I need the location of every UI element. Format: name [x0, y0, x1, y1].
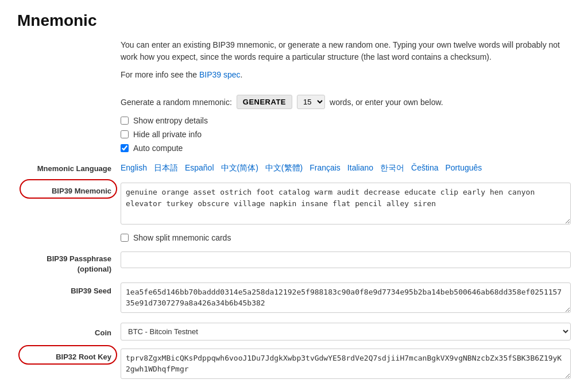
lang-portuguese[interactable]: Português: [445, 163, 482, 173]
split-mnemonic-label[interactable]: Show split mnemonic cards: [133, 233, 231, 242]
lang-chinese-traditional[interactable]: 中文(繁體): [265, 163, 303, 173]
entropy-label[interactable]: Show entropy details: [133, 116, 208, 125]
words-suffix: words, or enter your own below.: [330, 98, 443, 107]
language-links: English 日本語 Español 中文(简体) 中文(繁體) França…: [121, 163, 482, 173]
bip39-passphrase-label: BIP39 Passphrase (optional): [17, 251, 121, 274]
description-line2: For more info see the BIP39 spec.: [121, 69, 571, 81]
split-mnemonic-checkbox[interactable]: [121, 234, 129, 242]
lang-english[interactable]: English: [121, 163, 147, 173]
entropy-checkbox[interactable]: [121, 117, 129, 125]
description-line1: You can enter an existing BIP39 mnemonic…: [121, 39, 571, 63]
bip32-root-key-label: BIP32 Root Key: [56, 353, 111, 361]
autocompute-label[interactable]: Auto compute: [133, 144, 183, 153]
mnemonic-language-label: Mnemonic Language: [17, 163, 121, 173]
bip39-mnemonic-label: BIP39 Mnemonic: [52, 187, 111, 195]
generate-label: Generate a random mnemonic:: [121, 98, 232, 107]
lang-czech[interactable]: Čeština: [411, 163, 438, 173]
lang-japanese[interactable]: 日本語: [154, 163, 178, 173]
lang-italian[interactable]: Italiano: [347, 163, 373, 173]
page-title: Mnemonic: [17, 11, 571, 30]
lang-korean[interactable]: 한국어: [380, 163, 404, 173]
lang-chinese-simplified[interactable]: 中文(简体): [221, 163, 258, 173]
bip39-seed-label: BIP39 Seed: [17, 282, 121, 296]
bip39-seed-textarea[interactable]: 1ea5fe65d146bb70baddd0314e5a258da12192e5…: [121, 282, 571, 313]
hide-private-checkbox[interactable]: [121, 130, 129, 138]
bip39-spec-link[interactable]: BIP39 spec: [199, 70, 241, 79]
coin-label: Coin: [17, 324, 121, 338]
coin-select[interactable]: BTC - Bitcoin BTC - Bitcoin Testnet ETH …: [121, 323, 571, 340]
bip39-passphrase-input[interactable]: [121, 251, 571, 268]
autocompute-checkbox[interactable]: [121, 144, 129, 152]
lang-spanish[interactable]: Español: [185, 163, 214, 173]
generate-button[interactable]: GENERATE: [237, 95, 292, 109]
lang-french[interactable]: Français: [310, 163, 341, 173]
bip32-root-key-textarea[interactable]: tprv8ZgxMBicQKsPdppqwh6vooJ1Du7JdgkXwbp3…: [121, 349, 571, 379]
hide-private-label[interactable]: Hide all private info: [133, 130, 202, 139]
bip39-mnemonic-textarea[interactable]: genuine orange asset ostrich foot catalo…: [121, 183, 571, 225]
words-select[interactable]: 3 6 9 12 15 18 21 24: [297, 95, 325, 109]
